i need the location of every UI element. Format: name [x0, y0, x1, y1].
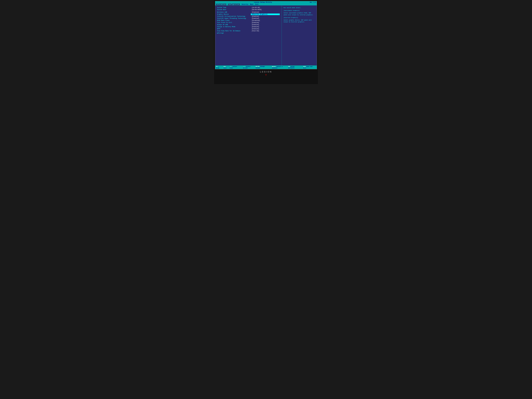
f10-label: F10	[303, 66, 306, 67]
legion-brand: LEGION	[215, 69, 317, 74]
setting-value-always-on-usb: [Enabled]	[251, 24, 280, 25]
setting-slow-slew[interactable]: Slow Slew Rate for IA Domain [Fast/16]	[217, 30, 280, 32]
help-line5: panel will output by internal graphics.	[284, 14, 315, 16]
bios-title: Lenovo Setup Utility	[216, 1, 310, 3]
bios-rev: Rev. 5.0	[310, 2, 316, 3]
setting-name-always-on-usb: Always On USB	[217, 24, 251, 25]
f9-key: F9 Setup Defaults	[288, 66, 301, 69]
bottom-bar: F1 Help Esc Exit ↑/↓ Select Item ←/→ Sel…	[215, 65, 317, 69]
f5f6-key: F5/F6 Change Values	[256, 66, 270, 69]
nav-updown-label: ↑/↓	[229, 66, 232, 67]
menu-bar[interactable]: Information Configuration Security Boot …	[215, 3, 317, 6]
setting-value-hyperthreading: [Enabled]	[251, 18, 280, 19]
nav-lr-label: ←/→	[243, 66, 245, 67]
storage-item[interactable]: ▶Storage	[217, 32, 280, 34]
esc-desc: Exit	[224, 67, 227, 69]
setting-name-bios-back-flash: BIOS Back Flash	[217, 20, 251, 21]
setting-name-charge-battery: Charge in Battery Mode	[217, 26, 251, 28]
setting-charge-battery[interactable]: Charge in Battery Mode [Enabled]	[217, 26, 280, 28]
f1-label: F1	[216, 66, 218, 67]
key-hints-left: F1 Help Esc Exit	[216, 66, 229, 69]
help-line3: [Switchable Graphics]	[284, 10, 315, 12]
setting-bios-back-flash[interactable]: BIOS Back Flash [Disabled]	[217, 20, 280, 21]
f5f6-label: F5/F6	[256, 66, 260, 67]
help-line4: Select switchable graphics Mode, EDP	[284, 12, 315, 14]
esc-label: Esc	[224, 66, 226, 67]
menu-item-information[interactable]: Information	[216, 4, 226, 5]
setting-value-system-time: [14:03:49]	[251, 7, 280, 8]
monitor: Lenovo Setup Utility Rev. 5.0 Informatio…	[214, 0, 318, 84]
setting-value-system-date: [02/03/2020]	[251, 9, 280, 11]
setting-virtualization[interactable]: Intel(R) Virtualization Technology [Enab…	[217, 16, 280, 17]
content-area: System Time [14:03:49] System Date [02/0…	[215, 6, 317, 65]
setting-name-virtualization: Intel(R) Virtualization Technology	[217, 16, 251, 17]
setting-value-dptf: [Enabled]	[251, 28, 280, 30]
setting-name-wireless-lan: Wireless LAN	[217, 12, 251, 13]
help-line7: Select graphic device, EDP panel will	[284, 19, 315, 21]
left-panel: System Time [14:03:49] System Date [02/0…	[215, 6, 282, 65]
enter-key: Enter Select ▶ SubMenu	[272, 66, 288, 69]
title-bar: Lenovo Setup Utility Rev. 5.0	[215, 1, 317, 3]
bios-screen: Lenovo Setup Utility Rev. 5.0 Informatio…	[215, 1, 317, 69]
key-hints-right2: F9 Setup Defaults F10 Save and Exit	[288, 66, 316, 69]
help-line6: [Discrete Graphics]	[284, 17, 315, 19]
esc-key: Esc Exit	[224, 66, 229, 69]
setting-value-graphic-device: [Discrete Graphics]	[251, 13, 280, 15]
setting-name-dptf: DPTF	[217, 28, 251, 30]
right-panel: Mux switch mode select. [Switchable Grap…	[282, 6, 317, 65]
setting-system-time[interactable]: System Time [14:03:49]	[217, 7, 280, 8]
nav-lr-key: ←/→ Select Screen	[243, 66, 256, 69]
setting-value-charge-battery: [Enabled]	[251, 26, 280, 28]
menu-item-configuration[interactable]: Configuration	[228, 4, 240, 5]
setting-system-date[interactable]: System Date [02/03/2020]	[217, 9, 280, 11]
menu-item-exit[interactable]: Exit	[255, 4, 259, 5]
f10-key: F10 Save and Exit	[303, 66, 316, 69]
setting-name-system-time: System Time	[217, 7, 251, 8]
menu-item-boot[interactable]: Boot	[250, 4, 253, 5]
setting-name-hyperthreading: Intel(R) Hyper-Threading Technology	[217, 18, 251, 19]
key-hints-right1: F5/F6 Change Values Enter Select ▶ SubMe…	[256, 66, 288, 69]
help-line1: Mux switch mode select.	[284, 7, 315, 9]
menu-item-security[interactable]: Security	[242, 4, 248, 5]
setting-dptf[interactable]: DPTF [Enabled]	[217, 28, 280, 30]
setting-hyperthreading[interactable]: Intel(R) Hyper-Threading Technology [Ena…	[217, 18, 280, 19]
f1-key: F1 Help	[216, 66, 221, 69]
setting-value-slow-slew: [Fast/16]	[251, 30, 280, 32]
setting-value-virtualization: [Enabled]	[251, 16, 280, 17]
enter-label: Enter	[272, 66, 276, 67]
setting-value-fool-proof: [Enabled]	[251, 22, 280, 23]
f9-label: F9	[288, 66, 290, 67]
nav-updown-key: ↑/↓ Select Item	[229, 66, 241, 69]
f1-desc: Help	[216, 67, 219, 69]
setting-wireless-lan[interactable]: Wireless LAN [Enabled]	[217, 12, 280, 13]
setting-fool-proof[interactable]: Fool Proof Fn Ctrl [Enabled]	[217, 22, 280, 23]
settings-table: System Time [14:03:49] System Date [02/0…	[217, 7, 280, 34]
setting-value-bios-back-flash: [Disabled]	[251, 20, 280, 21]
setting-always-on-usb[interactable]: Always On USB [Enabled]	[217, 24, 280, 25]
setting-name-slow-slew: Slow Slew Rate for IA Domain	[217, 30, 251, 32]
setting-name-system-date: System Date	[217, 9, 251, 11]
setting-name-fool-proof: Fool Proof Fn Ctrl	[217, 22, 251, 23]
help-line8: output by Discrete graphics.	[284, 21, 315, 23]
key-hints-center: ↑/↓ Select Item ←/→ Select Screen	[229, 66, 256, 69]
setting-name-graphic-device: Graphic Device	[217, 13, 251, 15]
legion-logo: Y	[215, 74, 317, 77]
setting-graphic-device[interactable]: Graphic Device [Discrete Graphics]	[217, 13, 280, 15]
setting-value-wireless-lan: [Enabled]	[251, 12, 280, 13]
